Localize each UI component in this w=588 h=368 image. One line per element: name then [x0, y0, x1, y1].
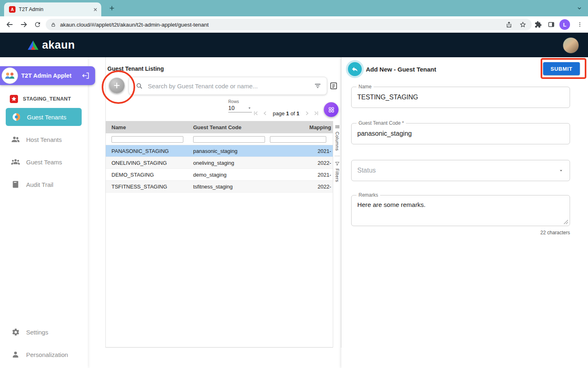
columns-toggle[interactable]: Columns	[335, 124, 340, 151]
cell-code: tsfitness_staging	[187, 184, 269, 190]
reload-icon[interactable]	[33, 20, 42, 29]
person-icon	[11, 350, 20, 359]
sidebar-item-personalization[interactable]: Personalization	[0, 346, 88, 364]
next-page-icon[interactable]	[303, 110, 310, 117]
tab-close-icon[interactable]	[93, 7, 98, 12]
cell-code: demo_staging	[187, 172, 269, 178]
add-guest-tenant-panel: Add New - Guest Tenant SUBMIT Name TESTI…	[341, 57, 588, 368]
status-placeholder: Status	[352, 160, 570, 181]
plus-icon	[113, 81, 121, 90]
star-icon[interactable]	[519, 20, 527, 29]
add-guest-tenant-button[interactable]	[109, 78, 125, 93]
rows-label: Rows	[228, 99, 253, 104]
logout-icon[interactable]	[81, 71, 90, 80]
sidebar-item-label: Guest Teams	[26, 159, 62, 166]
table-row[interactable]: ONELIVING_STAGING oneliving_staging 2022…	[106, 157, 333, 169]
tab-list-chevron-icon[interactable]	[575, 4, 584, 13]
applet-switcher-button[interactable]: T2T Admin Applet	[0, 66, 95, 85]
new-tab-icon[interactable]	[107, 3, 117, 13]
page-indicator: page 1 of 1	[273, 110, 299, 117]
status-dropdown[interactable]: Status	[351, 160, 570, 181]
character-counter: 22 characters	[351, 230, 570, 236]
tenant-selector[interactable]: STAGING_TENANT	[0, 92, 88, 105]
sidebar-item-settings[interactable]: Settings	[0, 323, 88, 341]
host-tenants-icon	[11, 135, 20, 144]
akaun-logo: akaun	[27, 39, 75, 52]
remarks-field-value: Here are some remarks.	[352, 195, 570, 226]
table-filter-row	[106, 133, 333, 145]
applet-label: T2T Admin Applet	[21, 72, 71, 79]
search-input[interactable]	[147, 82, 314, 90]
filter-input-name[interactable]	[111, 136, 183, 143]
last-page-icon[interactable]	[313, 110, 319, 117]
sidebar-item-audit-trail[interactable]: Audit Trail	[0, 175, 88, 193]
list-alt-icon[interactable]	[329, 81, 339, 91]
address-bar[interactable]: akaun.cloud/#/applet/t2t/akaun/t2t-admin…	[46, 19, 532, 30]
sidebar-item-label: Host Tenants	[26, 136, 62, 143]
browser-tab-strip: A T2T Admin	[0, 0, 588, 16]
sidebar-item-host-tenants[interactable]: Host Tenants	[0, 130, 88, 148]
grid-view-icon	[328, 106, 335, 113]
url-text: akaun.cloud/#/applet/t2t/akaun/t2t-admin…	[60, 22, 499, 28]
code-field-label: Guest Tenant Code *	[356, 120, 406, 126]
column-header-code: Guest Tenant Code	[187, 124, 269, 130]
share-icon[interactable]	[505, 20, 513, 29]
sidebar: T2T Admin Applet STAGING_TENANT Guest Te…	[0, 57, 88, 368]
cell-name: ONELIVING_STAGING	[106, 160, 187, 166]
cell-mapping: 2022-	[269, 184, 333, 190]
guest-tenant-table: Name Guest Tenant Code Mapping PANASONIC…	[106, 121, 333, 193]
tab-title: T2T Admin	[19, 7, 93, 12]
prev-page-icon[interactable]	[262, 110, 269, 117]
extensions-icon[interactable]	[533, 20, 543, 29]
user-avatar[interactable]	[563, 37, 579, 54]
applet-people-group-icon	[2, 67, 18, 84]
filter-input-mapping[interactable]	[270, 136, 326, 143]
remarks-field[interactable]: Remarks Here are some remarks.	[351, 195, 570, 226]
guest-tenant-listing-panel: Guest Tenant Listing Rows 10	[105, 57, 341, 348]
sidebar-item-label: Personalization	[26, 351, 68, 358]
columns-icon	[335, 124, 340, 129]
name-field-label: Name	[356, 84, 374, 90]
audit-trail-icon	[11, 180, 20, 189]
cell-name: DEMO_STAGING	[106, 172, 187, 178]
table-row[interactable]: DEMO_STAGING demo_staging 2021-	[106, 169, 333, 181]
browser-profile-avatar[interactable]: L	[559, 19, 570, 30]
search-bar	[129, 77, 327, 95]
filter-list-icon[interactable]	[314, 82, 322, 90]
guest-teams-icon	[11, 157, 20, 167]
strip-divider	[334, 156, 340, 156]
sidebar-item-guest-teams[interactable]: Guest Teams	[0, 153, 88, 171]
back-icon[interactable]	[5, 20, 15, 29]
table-row[interactable]: TSFITNESS_STAGING tsfitness_staging 2022…	[106, 181, 333, 193]
back-arrow-icon	[351, 65, 359, 73]
browser-tab[interactable]: A T2T Admin	[4, 2, 101, 16]
cell-name: PANASONIC_STAGING	[106, 148, 187, 154]
filters-toggle[interactable]: Filters	[335, 161, 340, 182]
back-button[interactable]	[348, 62, 362, 76]
table-header: Name Guest Tenant Code Mapping	[106, 121, 333, 133]
name-field[interactable]: Name TESTING_STAGING	[351, 87, 570, 108]
submit-button[interactable]: SUBMIT	[543, 62, 580, 75]
table-row[interactable]: PANASONIC_STAGING panasonic_staging 2021…	[106, 145, 333, 157]
browser-toolbar: akaun.cloud/#/applet/t2t/akaun/t2t-admin…	[0, 16, 588, 33]
forward-icon[interactable]	[19, 20, 29, 29]
resize-handle-icon[interactable]	[564, 220, 568, 224]
search-icon	[136, 82, 143, 90]
screen: A T2T Admin akaun.cloud/#/applet/t2t/	[0, 0, 588, 368]
rows-per-page-dropdown[interactable]: Rows 10	[228, 99, 253, 112]
first-page-icon[interactable]	[253, 110, 259, 117]
sidebar-item-guest-tenants[interactable]: Guest Tenants	[6, 108, 82, 126]
column-header-name: Name	[106, 124, 187, 130]
cell-mapping: 2022-	[269, 160, 333, 166]
table-side-strip: Columns Filters	[333, 121, 341, 348]
name-field-value: TESTING_STAGING	[352, 87, 570, 108]
logo-triangle	[27, 40, 39, 51]
code-field[interactable]: Guest Tenant Code * panasonic_staging	[351, 123, 570, 144]
logo-text: akaun	[42, 39, 75, 52]
app-header: akaun	[0, 33, 588, 57]
side-panel-icon[interactable]	[546, 20, 556, 29]
tenant-logo-icon	[9, 94, 19, 104]
menu-dots-icon[interactable]	[575, 20, 585, 29]
filter-input-code[interactable]	[193, 136, 265, 143]
grid-view-button[interactable]	[324, 102, 339, 117]
